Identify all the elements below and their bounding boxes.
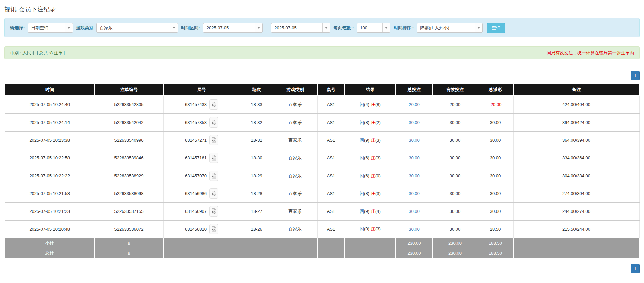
round-id: 631457070 (185, 173, 207, 178)
chevron-down-icon[interactable] (255, 23, 262, 32)
chevron-down-icon[interactable] (322, 23, 330, 32)
bet-records-table: 时间注单编号局号场次游戏类别桌号结果总投注有效投注总派彩备注 2025-07-0… (4, 83, 640, 258)
video-record-button[interactable] (209, 188, 218, 199)
table-row: 2025-07-05 10:23:38 522633540996 6314572… (5, 131, 639, 149)
bet-time: 2025-07-05 10:22:58 (5, 149, 95, 167)
round-cell: 631456810 (163, 220, 240, 238)
select-mode-label: 请选择: (10, 25, 25, 31)
round-cell: 631457353 (163, 113, 240, 131)
pagination-top: 1 (4, 71, 640, 80)
bet-time: 2025-07-05 10:21:53 (5, 185, 95, 202)
time-range-label: 时间区间: (181, 25, 200, 31)
bet-id: 522633542042 (95, 113, 163, 131)
total-bet-link[interactable]: 30.00 (396, 220, 433, 238)
column-header-game-type: 游戏类别 (273, 84, 317, 96)
query-mode-select[interactable]: 日期查询 (28, 23, 73, 33)
player-result: 闲 (360, 173, 364, 178)
video-record-button[interactable] (209, 117, 218, 128)
video-record-button[interactable] (209, 135, 218, 145)
date-to-picker[interactable]: 2025-07-05 (271, 23, 330, 33)
session-no: 18-31 (240, 131, 273, 149)
bet-time: 2025-07-05 10:23:38 (5, 131, 95, 149)
banker-result: 庄 (371, 155, 375, 160)
date-to-value: 2025-07-05 (271, 23, 322, 32)
table-row: 2025-07-05 10:22:58 522633539846 6314571… (5, 149, 639, 167)
bet-time: 2025-07-05 10:22:22 (5, 167, 95, 185)
banker-result: 庄 (371, 209, 375, 214)
chevron-down-icon[interactable] (65, 23, 73, 32)
game-type-label: 游戏类别 (76, 25, 93, 31)
result-cell: 闲(8)庄(3) (345, 185, 396, 202)
bet-time: 2025-07-05 10:20:48 (5, 220, 95, 238)
round-id: 631456810 (185, 227, 207, 232)
game-type-cell: 百家乐 (273, 220, 317, 238)
game-type-select[interactable]: 百家乐 (96, 23, 178, 33)
table-no: AS1 (317, 113, 345, 131)
page-1-button[interactable]: 1 (631, 71, 640, 80)
table-no: AS1 (317, 220, 345, 238)
video-record-button[interactable] (209, 99, 218, 110)
bet-time: 2025-07-05 10:24:14 (5, 113, 95, 131)
session-no: 18-33 (240, 96, 273, 113)
round-cell: 631456907 (163, 202, 240, 220)
video-file-icon (211, 155, 216, 161)
sort-order-select[interactable]: 降幂(由大到小) (417, 23, 483, 33)
column-header-valid-bet: 有效投注 (433, 84, 477, 96)
table-header-row: 时间注单编号局号场次游戏类别桌号结果总投注有效投注总派彩备注 (5, 84, 639, 96)
table-row: 2025-07-05 10:20:48 522633536072 6314568… (5, 220, 639, 238)
query-mode-value: 日期查询 (28, 23, 65, 32)
game-type-cell: 百家乐 (273, 167, 317, 185)
banker-result: 庄 (371, 191, 375, 196)
player-result: 闲 (360, 191, 364, 196)
chevron-down-icon[interactable] (475, 23, 482, 32)
total-label: 总计 (5, 248, 95, 258)
total-bet-link[interactable]: 30.00 (396, 149, 433, 167)
page-size-select[interactable]: 100 (357, 23, 390, 33)
video-file-icon (211, 102, 216, 107)
valid-bet: 30.00 (433, 167, 477, 185)
total-total-bet: 230.00 (396, 248, 433, 258)
table-body: 2025-07-05 10:24:40 522633542805 6314574… (5, 96, 639, 238)
column-header-bet-id: 注单编号 (95, 84, 163, 96)
banker-result: 庄 (371, 120, 375, 125)
date-from-picker[interactable]: 2025-07-05 (203, 23, 263, 33)
subtotal-valid-bet: 230.00 (433, 238, 477, 248)
valid-bet: 30.00 (433, 185, 477, 202)
subtotal-total-bet: 230.00 (396, 238, 433, 248)
video-record-button[interactable] (209, 171, 218, 181)
total-bet-link[interactable]: 30.00 (396, 131, 433, 149)
bet-id: 522633539846 (95, 149, 163, 167)
result-cell: 闲(4)庄(8) (345, 96, 396, 113)
page-1-button[interactable]: 1 (631, 264, 640, 273)
round-id: 631456986 (185, 191, 207, 196)
valid-bet: 30.00 (433, 113, 477, 131)
valid-bet: 30.00 (433, 149, 477, 167)
total-payout: -20.00 (477, 96, 513, 113)
remark: 274.00/304.00 (513, 185, 639, 202)
chevron-down-icon[interactable] (170, 23, 178, 32)
result-cell: 闲(0)庄(3) (345, 220, 396, 238)
subtotal-row: 小计 8 230.00 230.00 188.50 (5, 238, 639, 248)
total-count: 8 (95, 248, 163, 258)
game-type-cell: 百家乐 (273, 96, 317, 113)
total-bet-link[interactable]: 30.00 (396, 185, 433, 202)
chevron-down-icon[interactable] (382, 23, 390, 32)
total-payout: 188.50 (477, 248, 513, 258)
video-record-button[interactable] (209, 224, 218, 234)
video-file-icon (211, 120, 216, 125)
bet-id: 522633540996 (95, 131, 163, 149)
total-bet-link[interactable]: 20.00 (396, 96, 433, 113)
session-no: 18-28 (240, 185, 273, 202)
video-record-button[interactable] (209, 153, 218, 163)
total-payout: 30.00 (477, 131, 513, 149)
total-bet-link[interactable]: 30.00 (396, 167, 433, 185)
round-id: 631456907 (185, 209, 207, 214)
table-row: 2025-07-05 10:22:22 522633538929 6314570… (5, 167, 639, 185)
video-record-button[interactable] (209, 206, 218, 217)
total-bet-link[interactable]: 30.00 (396, 202, 433, 220)
total-bet-link[interactable]: 30.00 (396, 113, 433, 131)
column-header-round-id: 局号 (163, 84, 240, 96)
search-button[interactable]: 查询 (487, 23, 505, 33)
round-id: 631457271 (185, 138, 207, 143)
session-no: 18-27 (240, 202, 273, 220)
